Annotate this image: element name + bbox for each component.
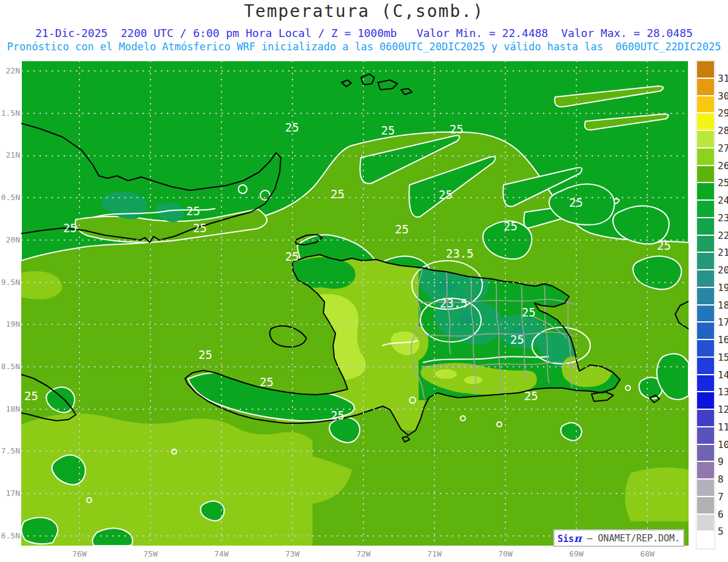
model-info-line: Pronóstico con el Modelo Atmósferico WRF… — [0, 41, 728, 53]
sispi-logo: Sisπ — [558, 532, 582, 544]
x-tick-label: 72W — [350, 549, 377, 558]
colorbar-cell — [696, 78, 715, 96]
contour-label-25: 25 — [569, 196, 583, 209]
colorbar-cell — [696, 287, 715, 305]
colorbar-label: 12 — [718, 404, 728, 415]
colorbar-cell — [696, 252, 715, 270]
credit-box: Sisπ – ONAMET/REP.DOM. — [553, 529, 684, 547]
temperature-colorbar — [696, 61, 715, 549]
colorbar-label: 11 — [718, 421, 728, 433]
y-tick-label: 1.5N — [1, 109, 20, 118]
x-tick-label: 71W — [421, 549, 448, 558]
colorbar-cell — [696, 61, 715, 78]
x-tick-label: 69W — [563, 549, 590, 558]
contour-label-25: 25 — [63, 221, 77, 235]
contour-label-25: 25 — [24, 389, 38, 403]
contour-label-25: 25 — [198, 348, 212, 361]
page-title: Temperatura (C,somb.) — [0, 1, 728, 21]
colorbar-label: 8 — [718, 473, 728, 485]
x-tick-label: 68W — [634, 549, 661, 558]
colorbar-label: 29 — [718, 107, 728, 119]
contour-label-23.5: 23.5 — [446, 247, 474, 260]
temperature-contour-map: 2525252525252525252525252523.523.5252525… — [21, 61, 689, 546]
contour-label-25: 25 — [395, 222, 409, 236]
colorbar-cell — [696, 322, 715, 340]
contour-label-23.5: 23.5 — [440, 296, 468, 310]
colorbar-label: 24 — [718, 195, 728, 206]
colorbar-cell — [696, 375, 715, 392]
y-tick-label: 9.5N — [1, 278, 20, 287]
colorbar-cell — [696, 427, 715, 444]
colorbar-cell — [696, 392, 715, 409]
colorbar-cell — [696, 218, 715, 235]
contour-label-25: 25 — [186, 204, 200, 218]
colorbar-cell — [696, 497, 715, 514]
colorbar-cell — [696, 148, 715, 166]
colorbar-cell — [696, 200, 715, 218]
x-tick-label: 70W — [492, 549, 519, 558]
colorbar-cell — [696, 514, 715, 532]
colorbar-label: 30 — [718, 90, 728, 102]
colorbar-cell — [696, 113, 715, 130]
contour-label-25: 25 — [193, 221, 207, 235]
y-tick-label: 21N — [1, 150, 20, 159]
colorbar-label: 16 — [718, 334, 728, 346]
contour-label-25: 25 — [331, 187, 345, 201]
colorbar-label: 28 — [718, 125, 728, 136]
colorbar-label: 21 — [718, 247, 728, 258]
map-plot-area: 2525252525252525252525252523.523.5252525… — [21, 61, 689, 546]
colorbar-label: 26 — [718, 160, 728, 172]
colorbar-cell — [696, 357, 715, 375]
colorbar-label: 9 — [718, 456, 728, 467]
colorbar-label: 19 — [718, 282, 728, 293]
y-tick-label: 22N — [1, 66, 20, 75]
contour-label-25: 25 — [522, 306, 536, 319]
colorbar-cell — [696, 270, 715, 287]
colorbar-cell — [696, 461, 715, 479]
contour-label-25: 25 — [331, 409, 345, 422]
colorbar-label: 20 — [718, 264, 728, 276]
pi-symbol: π — [574, 532, 581, 544]
colorbar-label: 15 — [718, 352, 728, 363]
contour-label-25: 25 — [524, 389, 538, 403]
contour-label-25: 25 — [285, 250, 299, 263]
y-tick-label: 8.5N — [1, 362, 20, 371]
colorbar-cell — [696, 479, 715, 497]
colorbar-label: 25 — [718, 177, 728, 189]
y-tick-label: 19N — [1, 319, 20, 329]
colorbar-label: 13 — [718, 386, 728, 398]
x-tick-label: 74W — [208, 549, 235, 558]
colorbar-cell — [696, 531, 715, 549]
contour-label-25: 25 — [510, 333, 524, 346]
forecast-time-line: 21-Dic-2025 2200 UTC / 6:00 pm Hora Loca… — [0, 27, 728, 39]
colorbar-label: 14 — [718, 369, 728, 381]
colorbar-cell — [696, 340, 715, 357]
colorbar-cell — [696, 235, 715, 253]
contour-label-25: 25 — [504, 219, 517, 233]
colorbar-cell — [696, 305, 715, 323]
colorbar-label: 31 — [718, 73, 728, 84]
weather-chart-page: Temperatura (C,somb.) 21-Dic-2025 2200 U… — [0, 0, 728, 562]
y-tick-label: 7.5N — [1, 446, 20, 455]
colorbar-cell — [696, 130, 715, 148]
contour-label-25: 25 — [285, 121, 299, 134]
y-tick-label: 20N — [1, 235, 20, 244]
colorbar-cell — [696, 409, 715, 427]
contour-label-25: 25 — [381, 124, 395, 137]
y-tick-label: 0.5N — [1, 193, 20, 202]
colorbar-label: 23 — [718, 212, 728, 224]
colorbar-label: 17 — [718, 316, 728, 328]
contour-label-25: 25 — [657, 239, 671, 252]
y-tick-label: 17N — [1, 489, 20, 498]
colorbar-label: 22 — [718, 230, 728, 241]
colorbar-label: 5 — [718, 526, 728, 537]
contour-label-25: 25 — [439, 188, 453, 201]
colorbar-label: 18 — [718, 299, 728, 311]
x-tick-label: 73W — [279, 549, 306, 558]
colorbar-label: 7 — [718, 491, 728, 503]
x-tick-label: 76W — [66, 549, 93, 558]
y-tick-label: 6.5N — [1, 531, 20, 540]
colorbar-label: 6 — [718, 509, 728, 520]
y-tick-label: 18N — [1, 404, 20, 413]
credit-text: – ONAMET/REP.DOM. — [581, 533, 680, 544]
